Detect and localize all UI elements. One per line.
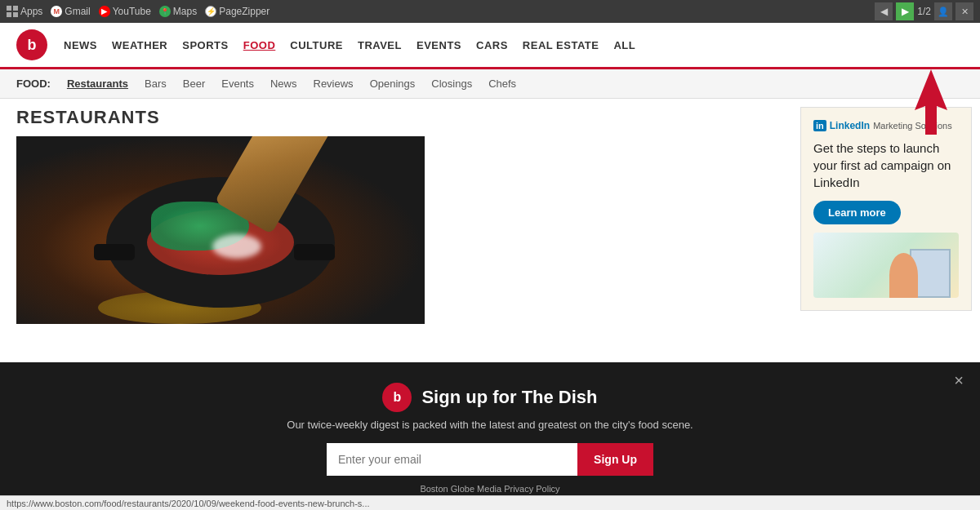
sub-nav-openings[interactable]: Openings bbox=[363, 76, 422, 91]
nav-item-sports[interactable]: SPORTS bbox=[182, 39, 228, 51]
main-content: RESTAURANTS bbox=[0, 99, 792, 332]
apps-launcher[interactable]: Apps bbox=[7, 6, 42, 17]
back-button[interactable]: ◀ bbox=[875, 2, 893, 20]
nav-item-food[interactable]: FOOD bbox=[243, 39, 276, 51]
section-title: RESTAURANTS bbox=[16, 107, 776, 128]
email-input[interactable] bbox=[327, 443, 577, 476]
sidebar: in LinkedIn Marketing Solutions Get the … bbox=[792, 99, 980, 332]
popup-close-button[interactable]: × bbox=[954, 372, 964, 388]
status-bar: https://www.boston.com/food/restaurants/… bbox=[0, 495, 980, 510]
privacy-policy-link[interactable]: Boston Globe Media Privacy Policy bbox=[420, 484, 559, 494]
pan-handle-right bbox=[294, 244, 335, 260]
content-area: RESTAURANTS in Linked bbox=[0, 99, 980, 332]
sub-nav-beer[interactable]: Beer bbox=[176, 76, 212, 91]
top-navigation: b NEWS WEATHER SPORTS FOOD CULTURE TRAVE… bbox=[0, 23, 980, 69]
nav-item-news[interactable]: NEWS bbox=[64, 39, 97, 51]
pagezipper-icon: ⚡ bbox=[205, 6, 216, 17]
status-url: https://www.boston.com/food/restaurants/… bbox=[7, 499, 370, 508]
learn-more-button[interactable]: Learn more bbox=[813, 201, 901, 224]
pagezipper-link[interactable]: ⚡ PageZipper bbox=[205, 6, 270, 17]
youtube-label: YouTube bbox=[113, 6, 151, 17]
youtube-icon: ▶ bbox=[99, 6, 110, 17]
sub-nav-chefs[interactable]: Chefs bbox=[482, 76, 523, 91]
user-icon-button[interactable]: 👤 bbox=[934, 2, 952, 20]
main-nav: NEWS WEATHER SPORTS FOOD CULTURE TRAVEL … bbox=[64, 39, 964, 51]
page-count: 1/2 bbox=[917, 6, 931, 17]
site-wrapper: b NEWS WEATHER SPORTS FOOD CULTURE TRAVE… bbox=[0, 23, 980, 510]
popup-description: Our twice-weekly digest is packed with t… bbox=[287, 419, 693, 431]
food-image bbox=[16, 136, 425, 324]
newsletter-form: Sign Up bbox=[327, 443, 653, 476]
linkedin-brand-text: LinkedIn bbox=[830, 120, 870, 131]
sub-navigation: FOOD: Restaurants Bars Beer Events News … bbox=[0, 69, 980, 99]
forward-button[interactable]: ▶ bbox=[896, 2, 914, 20]
newsletter-popup: × b Sign up for The Dish Our twice-weekl… bbox=[0, 362, 980, 510]
signup-button[interactable]: Sign Up bbox=[577, 443, 653, 476]
apps-label: Apps bbox=[20, 6, 42, 17]
pan-handle-left bbox=[94, 244, 135, 260]
browser-controls: ◀ ▶ 1/2 👤 ✕ bbox=[875, 2, 973, 20]
nav-item-travel[interactable]: TRAVEL bbox=[358, 39, 402, 51]
ad-illustration bbox=[813, 233, 959, 298]
ad-copy-text: Get the steps to launch your first ad ca… bbox=[813, 140, 959, 191]
sub-nav-restaurants[interactable]: Restaurants bbox=[60, 76, 135, 91]
close-button[interactable]: ✕ bbox=[956, 2, 973, 20]
sub-nav-news[interactable]: News bbox=[264, 76, 304, 91]
nav-item-culture[interactable]: CULTURE bbox=[290, 39, 343, 51]
gmail-label: Gmail bbox=[65, 6, 90, 17]
gmail-icon: M bbox=[51, 6, 62, 17]
maps-label: Maps bbox=[173, 6, 197, 17]
gmail-link[interactable]: M Gmail bbox=[51, 6, 90, 17]
sub-nav-events[interactable]: Events bbox=[215, 76, 261, 91]
food-white-crumbles bbox=[212, 234, 261, 259]
nav-item-all[interactable]: ALL bbox=[613, 39, 635, 51]
nav-item-weather[interactable]: WEATHER bbox=[112, 39, 167, 51]
svg-marker-0 bbox=[915, 69, 947, 135]
youtube-link[interactable]: ▶ YouTube bbox=[99, 6, 151, 17]
popup-title: Sign up for The Dish bbox=[421, 387, 597, 408]
maps-icon: 📍 bbox=[159, 6, 171, 17]
sub-nav-reviews[interactable]: Reviews bbox=[307, 76, 360, 91]
pagezipper-label: PageZipper bbox=[219, 6, 270, 17]
sub-nav-closings[interactable]: Closings bbox=[425, 76, 479, 91]
sub-nav-label: FOOD: bbox=[16, 78, 51, 90]
linkedin-in-badge: in bbox=[813, 120, 826, 131]
popup-logo: b bbox=[382, 383, 412, 412]
maps-link[interactable]: 📍 Maps bbox=[159, 6, 197, 17]
nav-item-cars[interactable]: CARS bbox=[476, 39, 508, 51]
popup-header: b Sign up for The Dish bbox=[382, 383, 597, 412]
sub-nav-bars[interactable]: Bars bbox=[138, 76, 173, 91]
browser-toolbar: Apps M Gmail ▶ YouTube 📍 Maps ⚡ PageZipp… bbox=[0, 0, 980, 23]
site-logo[interactable]: b bbox=[16, 29, 47, 60]
nav-item-events[interactable]: EVENTS bbox=[416, 39, 461, 51]
ad-person bbox=[889, 253, 918, 298]
linkedin-ad: in LinkedIn Marketing Solutions Get the … bbox=[800, 107, 972, 311]
food-image-inner bbox=[16, 136, 425, 324]
nav-item-realestate[interactable]: REAL ESTATE bbox=[523, 39, 599, 51]
